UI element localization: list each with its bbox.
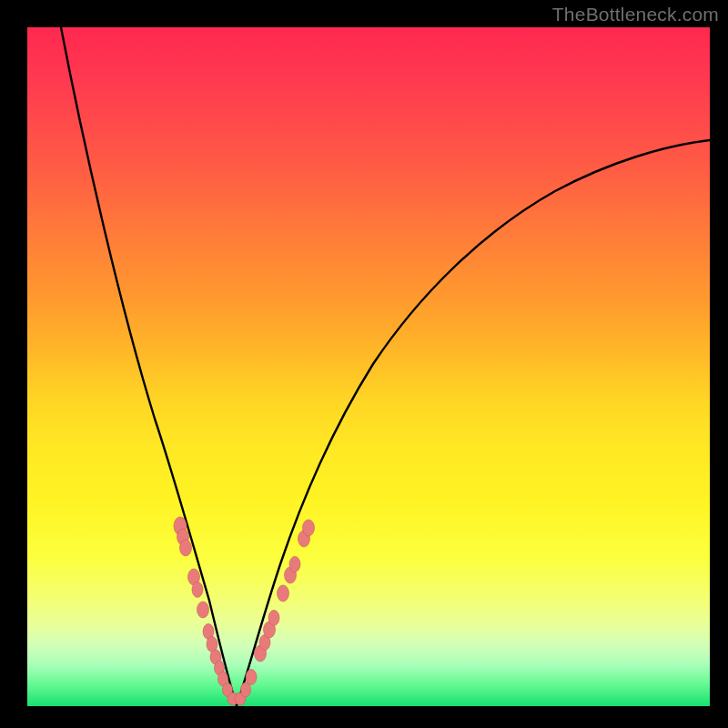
left-branch-curve [61,27,237,706]
bead [268,611,279,626]
chart-frame: TheBottleneck.com [0,0,728,728]
bead [180,540,192,556]
right-branch-curve [237,140,710,706]
bead [192,582,203,598]
plot-area [27,27,710,706]
chart-svg [27,27,710,706]
bead [197,602,209,618]
bead [303,520,315,536]
watermark-text: TheBottleneck.com [552,4,719,25]
bead [289,557,300,572]
bead [241,682,251,697]
bead [246,670,257,685]
bead [278,585,289,602]
bead-markers [174,517,315,705]
